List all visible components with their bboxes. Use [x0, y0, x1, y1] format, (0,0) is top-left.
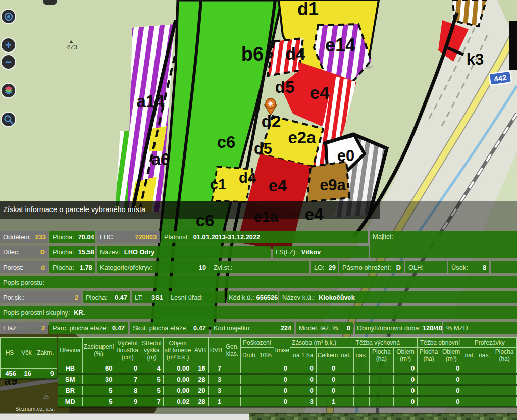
stand-cell: 456	[1, 369, 19, 379]
field-pasmo: Pásmo ohrožení:D	[339, 261, 404, 273]
stand-cell: 0	[440, 396, 462, 407]
stand-cell	[338, 396, 353, 407]
parcel-label: d4	[285, 44, 305, 63]
stand-cell	[257, 385, 274, 396]
stand-cell: 5	[82, 385, 115, 396]
col-pr-plocha: Plocha (ha)	[492, 348, 517, 363]
stand-cell: 0	[274, 385, 290, 396]
field-lt: LT:3S1	[132, 291, 166, 303]
parcel-label: e2a	[288, 128, 316, 147]
stand-cell	[418, 385, 440, 396]
stand-cell: 7	[115, 374, 140, 385]
stand-cell	[462, 363, 477, 374]
parcel-label: a14	[136, 92, 165, 111]
field-etaz: Etáž:2	[0, 322, 48, 334]
stand-cell: 1	[316, 396, 338, 407]
stand-cell: SM	[58, 374, 83, 385]
zoom-in-button[interactable]: +	[1, 37, 16, 53]
stand-cell: MD	[58, 396, 83, 407]
stand-cell: 8	[115, 385, 140, 396]
colgroup-poskozeni: Poškození	[240, 338, 274, 348]
stand-cell	[462, 396, 477, 407]
stand-cell: 1	[208, 396, 224, 407]
field-kod-ku: Kód k.ú.:656526	[227, 291, 278, 303]
zoom-out-button[interactable]: −	[1, 54, 16, 70]
field-nazev-ku: Název k.ú.:Klokočůvek	[279, 291, 517, 303]
stand-cell: 5	[140, 374, 164, 385]
col-vek: Věk	[19, 338, 34, 369]
col-zakm: Zakm.	[34, 338, 57, 369]
stand-cell	[370, 363, 394, 374]
stand-cell: 3	[208, 374, 224, 385]
stand-cell	[353, 363, 369, 374]
section-popis-porostu: Popis porostu:	[0, 276, 517, 288]
col-zastoupeni: Zastoupení (%)	[82, 338, 115, 363]
col-objem: Objem stř.kmene (m³ b.k.)	[163, 338, 192, 363]
stand-cell: 0.02	[163, 396, 192, 407]
field-nazev: Název:LHO Odry	[97, 246, 271, 258]
stand-cell	[462, 385, 477, 396]
road-shield-442: 442	[489, 71, 512, 85]
stand-cell: 0	[274, 363, 290, 374]
partial-panel	[509, 21, 517, 70]
stand-cell: 5	[140, 385, 164, 396]
svg-text:473: 473	[66, 43, 77, 51]
stand-cell: 7	[140, 396, 164, 407]
field-platnost: Platnost:01.01.2013-31.12.2022	[161, 231, 368, 243]
stand-cell	[418, 396, 440, 407]
stand-cell	[370, 374, 394, 385]
stand-cell	[492, 374, 517, 385]
stand-cell	[477, 385, 492, 396]
stand-cell	[240, 385, 257, 396]
parcel-label: e4	[269, 176, 287, 195]
parcel-label: d1	[297, 0, 319, 19]
col-tv-plocha: Plocha (ha)	[370, 348, 394, 363]
parcel-label: e14	[325, 35, 355, 56]
stand-cell	[370, 396, 394, 407]
svg-text:✳: ✳	[268, 100, 274, 108]
col-tv-nas: nas.	[353, 348, 369, 363]
stand-cell	[224, 385, 240, 396]
stand-cell	[462, 374, 477, 385]
col-vycetni: Výčetní tloušťka (cm)	[115, 338, 140, 363]
partial-button	[43, 0, 57, 5]
stand-cell	[492, 363, 517, 374]
locate-button[interactable]	[1, 9, 16, 24]
stand-cell: 5	[82, 396, 115, 407]
stand-cell	[353, 385, 369, 396]
field-parc-plocha: Parc. plocha etáže:0.47	[49, 322, 128, 334]
locate-icon	[3, 11, 14, 22]
stand-cell	[477, 374, 492, 385]
search-icon	[3, 114, 14, 125]
stand-cell	[240, 363, 257, 374]
stand-cell: 20	[192, 385, 208, 396]
parcel-label: k3	[467, 50, 484, 68]
stand-cell: 3	[290, 396, 316, 407]
col-pr-nal: nal.	[462, 348, 477, 363]
parcel-label: d5	[254, 140, 272, 158]
parcel-label: d5	[275, 78, 295, 96]
stand-cell: 0	[274, 396, 290, 407]
col-gen-klas: Gen. klas.	[224, 338, 240, 363]
parcel-label: e9a	[320, 176, 346, 194]
stand-cell	[492, 396, 517, 407]
stand-cell	[240, 396, 257, 407]
stand-cell: 0	[393, 385, 418, 396]
stand-cell: 0.00	[163, 363, 192, 374]
parcel-label: e0	[337, 147, 354, 165]
search-button[interactable]	[1, 112, 16, 127]
field-majitel: Majitel:	[370, 231, 517, 258]
stand-cell	[492, 385, 517, 396]
stand-summary-table: HS Věk Zakm. 456169	[0, 337, 57, 380]
layers-button[interactable]	[1, 83, 16, 98]
stand-cell: 0	[274, 374, 290, 385]
stand-cell: 0	[440, 385, 462, 396]
stand-cell	[338, 363, 353, 374]
stand-cell	[224, 363, 240, 374]
stand-cell: 0	[316, 363, 338, 374]
stand-cell	[224, 396, 240, 407]
field-mzd: % MZD:	[443, 322, 517, 334]
field-dilec: Dílec:D	[0, 246, 48, 258]
parcel-label: e4	[310, 83, 330, 102]
stand-cell: 0.00	[163, 385, 192, 396]
